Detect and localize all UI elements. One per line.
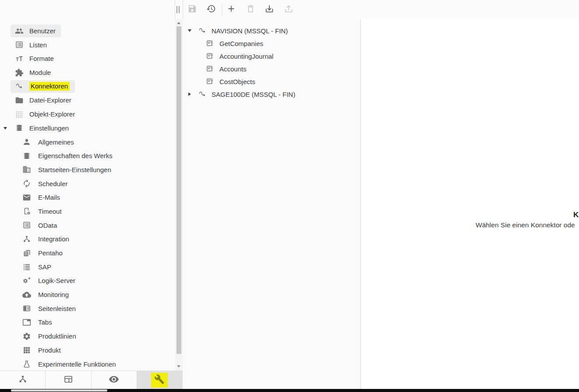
sidebar-item-logik-server[interactable]: Logik-Server (18, 274, 81, 287)
mail-icon (22, 193, 31, 202)
tree-item-costobjects[interactable]: CostObjects (206, 76, 360, 87)
sidebar-item-allgemeines[interactable]: Allgemeines (18, 136, 79, 148)
tree-item-accounts[interactable]: Accounts (206, 63, 360, 74)
sidebar-item-label: Monitoring (38, 291, 69, 298)
sidebar-layout-icon (22, 304, 31, 313)
sidebar-item-produktlinien[interactable]: Produktlinien (18, 330, 81, 343)
query-icon (206, 52, 215, 60)
sidebar-item-label: Seitenleisten (38, 305, 76, 312)
tree-item-label: GetCompanies (219, 40, 263, 47)
users-icon (15, 27, 24, 35)
tree-item-sage100de[interactable]: SAGE100DE (MSSQL - FIN) (188, 88, 360, 100)
tree-item-navision[interactable]: NAVISION (MSSQL - FIN) (188, 25, 360, 36)
save-icon (187, 4, 197, 15)
chevron-collapsed-icon[interactable] (188, 92, 191, 96)
download-icon (265, 4, 274, 15)
tree-item-label: NAVISION (MSSQL - FIN) (212, 27, 288, 35)
document-gear-icon (22, 207, 31, 215)
sidebar-scrollbar[interactable] (175, 19, 183, 371)
sidebar-item-eigenschaften-des-werks[interactable]: Eigenschaften des Werks (18, 149, 118, 162)
flask-icon (22, 360, 31, 368)
sidebar-item-benutzer[interactable]: Benutzer (11, 25, 61, 37)
connector-icon (15, 82, 24, 91)
connector-tree: NAVISION (MSSQL - FIN) GetCompanies Acco… (183, 19, 360, 100)
sidebar-item-listen[interactable]: Listen (11, 39, 52, 51)
divider (222, 4, 222, 16)
query-icon (206, 64, 215, 73)
query-icon (206, 77, 215, 86)
scrollbar-thumb[interactable] (177, 26, 181, 354)
upload-button[interactable] (284, 5, 293, 14)
sidebar-item-konnektoren[interactable]: Konnektoren (11, 80, 75, 93)
sidebar-item-label: Datei-Explorer (29, 96, 71, 104)
grid-icon (22, 346, 31, 354)
sidebar-item-label: Listen (29, 41, 47, 49)
sidebar-item-timeout[interactable]: Timeout (18, 205, 67, 218)
sidebar-item-sap[interactable]: SAP (18, 261, 56, 273)
list-icon (15, 40, 24, 49)
sidebar-item-integration[interactable]: Integration (18, 233, 74, 245)
connector-icon (198, 90, 207, 99)
tab-icon (22, 318, 31, 327)
sidebar-item-module[interactable]: Module (11, 66, 56, 79)
sidebar-item-scheduler[interactable]: Scheduler (18, 177, 73, 190)
sidebar-item-label: Benutzer (29, 27, 56, 35)
sync-icon (22, 179, 31, 188)
highlight-marker (151, 373, 168, 388)
sidebar-item-label: Logik-Server (38, 277, 75, 284)
sidebar-item-label: Allgemeines (38, 138, 74, 146)
tab-admin[interactable] (137, 371, 183, 389)
toolbar (0, 0, 579, 20)
sidebar-item-odata[interactable]: OData (18, 219, 62, 232)
history-icon (206, 4, 216, 15)
add-button[interactable] (226, 5, 236, 14)
sidebar-item-e-mails[interactable]: E-Mails (18, 191, 65, 204)
sidebar-item-experimentelle-funktionen[interactable]: Experimentelle Funktionen (18, 358, 121, 371)
sidebar-item-label: Integration (38, 235, 69, 243)
sidebar-item-label: Formate (29, 55, 54, 62)
person-icon (22, 138, 31, 146)
chevron-expanded-icon[interactable] (188, 29, 191, 32)
sidebar-item-datei-explorer[interactable]: Datei-Explorer (11, 94, 77, 106)
sidebar-item-einstellungen[interactable]: Einstellungen (11, 122, 74, 134)
tree-item-getcompanies[interactable]: GetCompanies (206, 38, 360, 49)
splitter-drag-handle[interactable] (177, 6, 181, 13)
tree-item-label: CostObjects (219, 78, 255, 85)
tree-item-accountingjournal[interactable]: AccountingJournal (206, 50, 360, 62)
scroll-down-icon[interactable] (177, 365, 180, 367)
sidebar-item-produkt[interactable]: Produkt (18, 344, 66, 357)
node-tree-icon (18, 374, 28, 386)
trash-icon (246, 4, 255, 15)
download-button[interactable] (265, 5, 274, 14)
puzzle-icon (15, 68, 24, 77)
tree-item-label: Accounts (219, 65, 247, 73)
sidebar-item-seitenleisten[interactable]: Seitenleisten (18, 302, 81, 315)
sidebar-item-label: Pentaho (38, 249, 63, 257)
sidebar-item-monitoring[interactable]: Monitoring (18, 288, 74, 301)
sidebar-item-formate[interactable]: Formate (11, 52, 59, 65)
divider (183, 0, 183, 19)
sidebar-item-startseiten-einstellungen[interactable]: Startseiten-Einstellungen (18, 163, 117, 176)
save-button[interactable] (187, 5, 197, 14)
chevron-expanded-icon[interactable] (4, 127, 7, 130)
tab-preview[interactable] (92, 371, 137, 389)
history-button[interactable] (206, 5, 216, 14)
sidebar-item-pentaho[interactable]: Pentaho (18, 247, 68, 259)
scrollbar-thumb[interactable] (11, 389, 107, 392)
tab-integration[interactable] (0, 371, 46, 389)
horizontal-scrollbar[interactable] (0, 389, 579, 392)
sidebar-item-tabs[interactable]: Tabs (18, 316, 57, 328)
sidebar-item-label: E-Mails (38, 194, 60, 201)
upload-icon (284, 4, 293, 15)
sidebar-item-objekt-explorer[interactable]: Objekt-Explorer (11, 108, 80, 120)
folder-icon (15, 96, 24, 105)
tab-layout[interactable] (46, 371, 91, 389)
delete-button[interactable] (246, 5, 255, 14)
app-window: Benutzer Listen Formate Module Konnektor… (0, 0, 579, 392)
sidebar-item-label: Produktlinien (38, 332, 76, 340)
scroll-up-icon[interactable] (177, 22, 180, 24)
sidebar-item-label: Scheduler (38, 180, 68, 187)
settings-sidebar: Benutzer Listen Formate Module Konnektor… (0, 19, 175, 371)
gear-plus-icon (22, 276, 31, 285)
layout-icon (64, 374, 73, 386)
